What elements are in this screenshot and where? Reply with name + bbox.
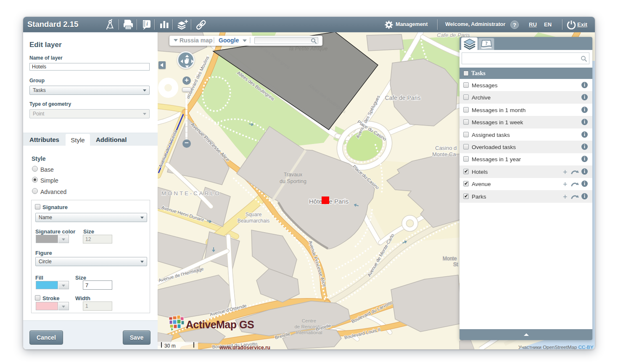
svg-text:MONTE-CARLO: MONTE-CARLO bbox=[161, 190, 221, 196]
svg-text:St: St bbox=[453, 262, 458, 267]
svg-text:Beaumarchais: Beaumarchais bbox=[238, 218, 270, 224]
svg-text:Cafe de Paris: Cafe de Paris bbox=[385, 94, 421, 101]
svg-text:Centre: Centre bbox=[302, 318, 317, 323]
svg-text:la Petite Afrique: la Petite Afrique bbox=[289, 45, 327, 52]
svg-text:Monte: Monte bbox=[443, 256, 457, 262]
svg-text:Monte Ca: Monte Ca bbox=[432, 151, 456, 157]
svg-text:?: ? bbox=[485, 40, 488, 46]
svg-text:Casino d: Casino d bbox=[435, 145, 457, 151]
svg-text:Square: Square bbox=[246, 212, 262, 217]
svg-text:du Sporting: du Sporting bbox=[280, 178, 306, 184]
svg-text:Travaux: Travaux bbox=[284, 172, 303, 178]
